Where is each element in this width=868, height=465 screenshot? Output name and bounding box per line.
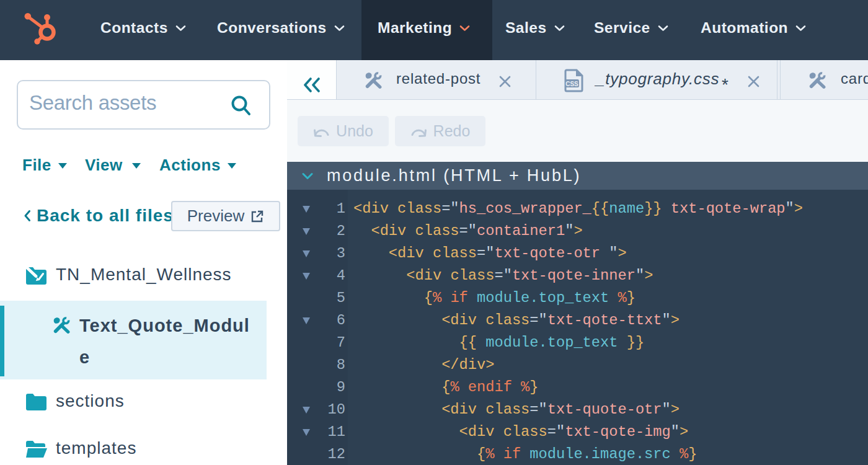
svg-text:CSS: CSS [565,81,578,87]
